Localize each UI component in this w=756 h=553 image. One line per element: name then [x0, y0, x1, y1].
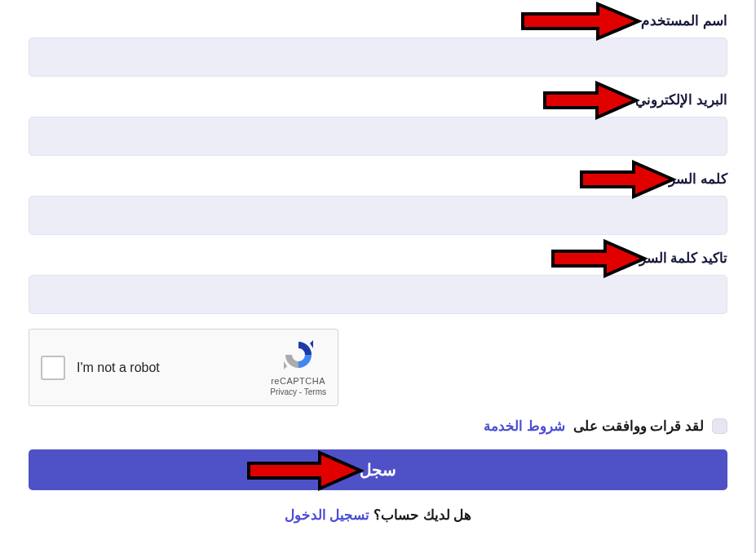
recaptcha-privacy-link[interactable]: Privacy [270, 387, 297, 396]
username-input[interactable] [29, 38, 727, 77]
password-input[interactable] [29, 196, 727, 235]
form-group-confirm-password: تاكيد كلمة السر [29, 250, 727, 314]
svg-marker-0 [310, 340, 313, 348]
recaptcha-links: Privacy - Terms [270, 387, 326, 396]
login-link[interactable]: تسجيل الدخول [285, 507, 370, 523]
label-confirm-password: تاكيد كلمة السر [29, 250, 727, 267]
terms-row: لقد قرات ووافقت على شروط الخدمة [29, 418, 727, 435]
submit-row: سجل [29, 449, 727, 490]
have-account-text: هل لديك حساب؟ [374, 507, 471, 523]
terms-checkbox[interactable] [712, 418, 727, 434]
confirm-password-input[interactable] [29, 275, 727, 314]
recaptcha-terms-link[interactable]: Terms [304, 387, 326, 396]
recaptcha-brand-text: reCAPTCHA [271, 376, 325, 386]
terms-text: لقد قرات ووافقت على [573, 418, 704, 435]
label-email: البريد الإلكتروني [29, 91, 727, 108]
recaptcha-brand-block: reCAPTCHA Privacy - Terms [270, 338, 326, 396]
email-input[interactable] [29, 117, 727, 156]
form-group-password: كلمه السر [29, 170, 727, 235]
form-group-username: اسم المستخدم [29, 12, 727, 77]
recaptcha-icon [282, 338, 315, 373]
svg-marker-1 [284, 361, 287, 369]
register-button[interactable]: سجل [29, 449, 727, 490]
recaptcha-checkbox[interactable] [41, 356, 65, 380]
recaptcha-box: I'm not a robot reCAPTCHA Privacy - Term… [29, 329, 338, 406]
bottom-line: هل لديك حساب؟ تسجيل الدخول [29, 507, 727, 524]
terms-link[interactable]: شروط الخدمة [484, 418, 565, 435]
recaptcha-link-sep: - [297, 387, 304, 396]
label-password: كلمه السر [29, 170, 727, 188]
recaptcha-container: I'm not a robot reCAPTCHA Privacy - Term… [29, 329, 727, 406]
recaptcha-label: I'm not a robot [77, 361, 263, 375]
form-group-email: البريد الإلكتروني [29, 91, 727, 156]
label-username: اسم المستخدم [29, 12, 727, 29]
